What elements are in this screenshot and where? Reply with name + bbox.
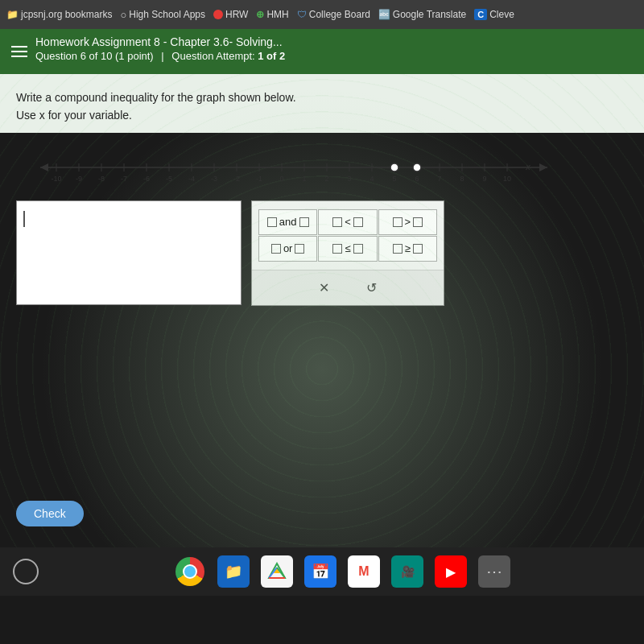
gte-right-square xyxy=(413,244,423,254)
drive-logo xyxy=(267,562,287,581)
circle-outline-icon: ○ xyxy=(120,9,126,21)
lte-left-square xyxy=(332,244,342,254)
svg-text:-9: -9 xyxy=(76,175,82,183)
and-right-square xyxy=(299,217,309,227)
svg-text:10: 10 xyxy=(503,175,511,183)
lt-label: < xyxy=(345,216,351,228)
attempt-info: Question Attempt: 1 of 2 xyxy=(171,50,285,62)
bookmark-jcpsnj[interactable]: 📁 jcpsnj.org bookmarks xyxy=(6,9,112,20)
and-label: and xyxy=(279,216,297,228)
svg-text:9: 9 xyxy=(482,175,486,183)
main-wrapper: Homework Assignment 8 - Chapter 3.6- Sol… xyxy=(0,29,644,596)
svg-text:1: 1 xyxy=(302,175,306,183)
svg-text:6: 6 xyxy=(415,175,419,183)
bookmark-college-board[interactable]: 🛡 College Board xyxy=(297,9,370,20)
open-circle-6 xyxy=(413,163,421,171)
check-button[interactable]: Check xyxy=(16,501,84,526)
taskbar: 📁 📅 M 🎥 ▶ ⋯ xyxy=(0,547,644,596)
right-arrow xyxy=(539,163,547,171)
open-circle-5 xyxy=(390,163,398,171)
gt-button[interactable]: > xyxy=(378,209,437,235)
youtube-glyph: ▶ xyxy=(446,564,456,580)
files-glyph: 📁 xyxy=(225,563,242,580)
gte-button[interactable]: ≥ xyxy=(378,236,437,262)
question-progress: Question 6 of 10 (1 point) xyxy=(35,50,154,62)
browser-toolbar: 📁 jcpsnj.org bookmarks ○ High School App… xyxy=(0,0,644,29)
assignment-header: Homework Assignment 8 - Chapter 3.6- Sol… xyxy=(0,29,644,74)
gmail-glyph: M xyxy=(358,564,369,579)
gt-label: > xyxy=(405,216,411,228)
svg-text:7: 7 xyxy=(437,175,441,183)
lte-button[interactable]: ≤ xyxy=(318,236,377,262)
answer-area: and < > or xyxy=(16,200,628,306)
or-button[interactable]: or xyxy=(258,236,317,262)
youtube-icon[interactable]: ▶ xyxy=(435,555,467,588)
folder-icon: 📁 xyxy=(6,9,19,20)
bookmark-hrw[interactable]: HRW xyxy=(213,9,248,20)
and-left-square xyxy=(267,217,277,227)
taskbar-circle-indicator xyxy=(13,559,39,584)
gt-left-square xyxy=(393,217,402,227)
bookmark-cleve[interactable]: C Cleve xyxy=(474,9,514,20)
question-line2: Use x for your variable. xyxy=(16,106,628,124)
svg-text:-3: -3 xyxy=(211,175,217,183)
lt-left-square xyxy=(332,217,342,227)
answer-input-box[interactable] xyxy=(16,200,242,305)
svg-text:-4: -4 xyxy=(188,175,195,183)
svg-text:x: x xyxy=(525,162,530,171)
undo-button[interactable]: ↺ xyxy=(360,277,383,299)
svg-text:-1: -1 xyxy=(256,175,262,183)
and-button[interactable]: and xyxy=(258,209,317,235)
bookmark-google-translate[interactable]: 🔤 Google Translate xyxy=(378,9,466,20)
attempt-number: 1 of 2 xyxy=(258,50,285,62)
bookmark-hmh[interactable]: ⊕ HMH xyxy=(256,9,288,20)
svg-text:-5: -5 xyxy=(166,175,172,183)
gte-label: ≥ xyxy=(405,242,411,254)
meet-glyph: 🎥 xyxy=(401,565,415,578)
gmail-icon[interactable]: M xyxy=(348,555,380,588)
red-dot-icon xyxy=(213,10,223,19)
lte-right-square xyxy=(353,244,363,254)
chrome-logo xyxy=(175,557,204,586)
svg-text:2: 2 xyxy=(324,175,328,183)
or-right-square xyxy=(295,244,304,254)
svg-text:-6: -6 xyxy=(143,175,150,183)
files-icon[interactable]: 📁 xyxy=(217,555,250,588)
svg-text:-8: -8 xyxy=(98,175,105,183)
svg-text:3: 3 xyxy=(347,175,351,183)
check-area: Check xyxy=(0,488,100,539)
calendar-icon[interactable]: 📅 xyxy=(304,555,336,588)
drive-icon[interactable] xyxy=(261,555,293,588)
question-area: Write a compound inequality for the grap… xyxy=(0,74,644,133)
svg-text:-2: -2 xyxy=(233,175,240,183)
svg-text:-7: -7 xyxy=(121,175,127,183)
gt-right-square xyxy=(413,217,423,227)
symbol-panel: and < > or xyxy=(251,200,444,306)
more-glyph: ⋯ xyxy=(486,562,502,581)
question-line1: Write a compound inequality for the grap… xyxy=(16,89,628,106)
symbol-grid: and < > or xyxy=(252,201,444,270)
svg-text:5: 5 xyxy=(392,175,396,183)
subtitle-separator: | xyxy=(161,50,167,62)
clear-button[interactable]: ✕ xyxy=(312,277,336,299)
text-cursor xyxy=(23,211,25,227)
translate-icon: 🔤 xyxy=(378,9,390,20)
meet-icon[interactable]: 🎥 xyxy=(391,555,423,588)
number-line-svg: -10 -9 -8 -7 -6 -5 -4 -3 -2 -1 xyxy=(24,147,572,188)
svg-text:4: 4 xyxy=(369,175,374,183)
assignment-subtitle: Question 6 of 10 (1 point) | Question At… xyxy=(35,50,633,62)
hamburger-menu[interactable] xyxy=(11,46,27,57)
lte-label: ≤ xyxy=(345,242,350,254)
or-left-square xyxy=(271,244,281,254)
lt-right-square xyxy=(353,217,363,227)
action-row: ✕ ↺ xyxy=(252,270,444,305)
number-line-container: -10 -9 -8 -7 -6 -5 -4 -3 -2 -1 xyxy=(16,147,628,188)
gte-left-square xyxy=(393,244,402,254)
more-apps-icon[interactable]: ⋯ xyxy=(478,555,510,588)
bookmark-high-school-apps[interactable]: ○ High School Apps xyxy=(120,9,205,21)
shield-icon: 🛡 xyxy=(297,9,307,20)
svg-text:8: 8 xyxy=(460,175,464,183)
assignment-title: Homework Assignment 8 - Chapter 3.6- Sol… xyxy=(35,35,633,48)
lt-button[interactable]: < xyxy=(318,209,377,235)
chrome-icon[interactable] xyxy=(174,555,206,588)
